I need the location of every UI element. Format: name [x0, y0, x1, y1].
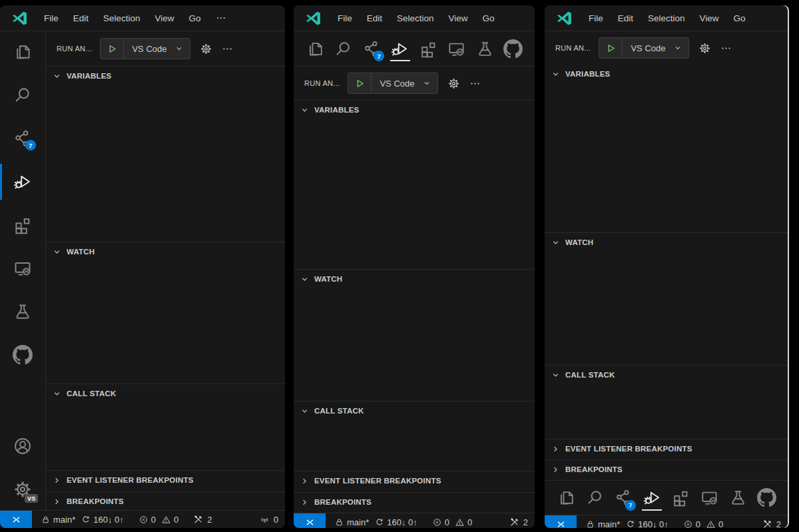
menu-selection[interactable]: Selection — [390, 13, 441, 23]
source-control-icon[interactable]: 7 — [611, 485, 635, 511]
search-icon[interactable] — [332, 35, 356, 62]
menu-more-icon[interactable] — [208, 13, 234, 23]
run-and-debug-icon[interactable] — [640, 485, 664, 511]
chevron-down-icon — [52, 247, 62, 257]
menu-edit[interactable]: Edit — [611, 13, 641, 23]
github-icon[interactable] — [10, 342, 35, 368]
menu-file[interactable]: File — [37, 13, 66, 23]
menu-view[interactable]: View — [441, 13, 475, 23]
testing-icon[interactable] — [10, 299, 35, 324]
section-variables: VARIABLES — [46, 66, 285, 242]
sync-status[interactable]: 160↓ 0↑ — [625, 519, 668, 529]
account-icon[interactable] — [10, 433, 35, 459]
branch-name: main* — [347, 517, 369, 527]
branch-status[interactable]: main* — [585, 519, 620, 529]
search-icon[interactable] — [10, 83, 35, 108]
branch-status[interactable]: main* — [41, 515, 75, 525]
lock-icon — [585, 519, 595, 529]
section-header[interactable]: EVENT LISTENER BREAKPOINTS — [46, 471, 285, 489]
views-more-icon[interactable] — [469, 78, 481, 89]
sync-status[interactable]: 160↓ 0↑ — [374, 517, 417, 527]
testing-icon[interactable] — [726, 485, 750, 511]
section-header[interactable]: CALL STACK — [545, 366, 788, 384]
remote-explorer-icon[interactable] — [445, 35, 469, 62]
section-header[interactable]: BREAKPOINTS — [545, 460, 788, 479]
explorer-icon[interactable] — [10, 39, 35, 65]
section-header[interactable]: VARIABLES — [545, 65, 788, 83]
tools-status[interactable]: 2 — [193, 515, 212, 525]
github-icon[interactable] — [501, 35, 525, 62]
section-header[interactable]: EVENT LISTENER BREAKPOINTS — [545, 439, 788, 458]
remote-indicator[interactable] — [294, 513, 326, 528]
section-header[interactable]: VARIABLES — [294, 101, 535, 119]
menu-go[interactable]: Go — [726, 13, 753, 23]
menu-edit[interactable]: Edit — [66, 13, 96, 23]
menu-go[interactable]: Go — [182, 13, 208, 23]
problems-status[interactable]: 0 0 — [683, 519, 723, 529]
tools-status[interactable]: 2 — [762, 519, 781, 529]
explorer-icon[interactable] — [554, 485, 578, 511]
start-debug-icon[interactable] — [348, 73, 372, 93]
remote-indicator[interactable] — [0, 511, 32, 528]
section-header[interactable]: CALL STACK — [46, 384, 285, 403]
remote-indicator[interactable] — [545, 515, 577, 528]
remote-explorer-icon[interactable] — [10, 256, 35, 281]
warning-count: 0 — [467, 517, 472, 527]
section-call-stack: CALL STACK — [46, 384, 285, 470]
views-more-icon[interactable] — [720, 43, 732, 54]
section-header[interactable]: WATCH — [46, 242, 285, 261]
menu-file[interactable]: File — [581, 13, 611, 23]
run-and-debug-icon[interactable] — [388, 35, 412, 62]
vscode-window-right: File Edit Selection View Go RUN AN... VS… — [545, 5, 788, 528]
explorer-icon[interactable] — [303, 35, 327, 62]
vscode-logo-icon — [305, 10, 322, 27]
error-count: 0 — [696, 519, 700, 529]
section-header[interactable]: WATCH — [545, 233, 788, 252]
extensions-icon[interactable] — [668, 485, 692, 511]
settings-gear-icon[interactable]: VS — [10, 477, 35, 502]
menu-view[interactable]: View — [148, 13, 182, 23]
configure-gear-icon[interactable] — [698, 42, 711, 55]
menu-file[interactable]: File — [330, 13, 360, 23]
remote-explorer-icon[interactable] — [697, 485, 721, 511]
section-header[interactable]: WATCH — [294, 270, 535, 288]
extensions-icon[interactable] — [416, 35, 440, 62]
settings-vs-badge: VS — [25, 494, 38, 503]
section-call-stack: CALL STACK — [545, 365, 788, 439]
source-control-icon[interactable]: 7 — [10, 126, 35, 151]
extensions-icon[interactable] — [10, 212, 35, 238]
section-header[interactable]: VARIABLES — [46, 67, 285, 85]
title-bar: File Edit Selection View Go — [294, 5, 535, 31]
section-header[interactable]: BREAKPOINTS — [294, 493, 535, 511]
warning-count: 0 — [174, 515, 178, 525]
start-debug-icon[interactable] — [101, 39, 124, 59]
configure-gear-icon[interactable] — [200, 43, 212, 55]
run-and-debug-icon[interactable] — [10, 169, 35, 194]
start-debug-icon[interactable] — [599, 38, 623, 58]
search-icon[interactable] — [583, 485, 607, 511]
chevron-right-icon — [551, 444, 561, 454]
section-header[interactable]: CALL STACK — [294, 401, 535, 420]
menu-selection[interactable]: Selection — [96, 13, 148, 23]
source-control-icon[interactable]: 7 — [360, 35, 384, 62]
configure-gear-icon[interactable] — [447, 77, 460, 90]
problems-status[interactable]: 0 0 — [432, 517, 472, 527]
tools-status[interactable]: 2 — [509, 517, 528, 527]
menu-go[interactable]: Go — [475, 13, 502, 23]
debug-config-dropdown[interactable]: VS Code — [348, 73, 438, 94]
github-icon[interactable] — [754, 485, 778, 511]
debug-config-dropdown[interactable]: VS Code — [100, 38, 190, 59]
section-header[interactable]: EVENT LISTENER BREAKPOINTS — [294, 471, 535, 490]
section-header[interactable]: BREAKPOINTS — [46, 492, 285, 511]
menu-view[interactable]: View — [692, 13, 726, 23]
sync-status[interactable]: 160↓ 0↑ — [81, 515, 124, 525]
branch-status[interactable]: main* — [334, 517, 369, 527]
views-more-icon[interactable] — [222, 43, 233, 55]
problems-status[interactable]: 0 0 — [138, 515, 178, 525]
menu-edit[interactable]: Edit — [360, 13, 390, 23]
ports-status[interactable]: 0 — [260, 515, 278, 525]
debug-config-dropdown[interactable]: VS Code — [599, 37, 689, 59]
testing-icon[interactable] — [473, 35, 497, 62]
menu-selection[interactable]: Selection — [641, 13, 692, 23]
section-variables: VARIABLES — [294, 100, 535, 269]
